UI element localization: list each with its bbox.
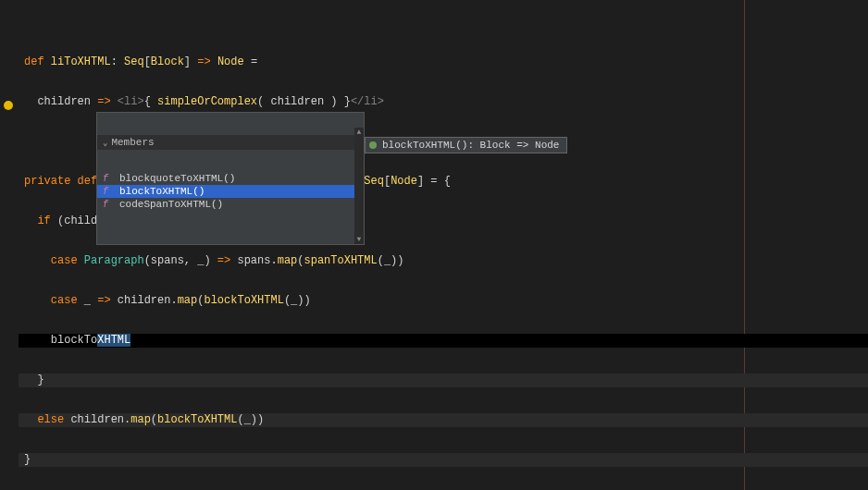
code-line[interactable]: }	[19, 374, 868, 387]
selected-text: XHTML	[97, 334, 130, 347]
completion-item[interactable]: fblockquoteToXHTML()	[97, 172, 364, 185]
function-icon: f	[103, 174, 108, 184]
completion-header: ⌄ Members	[97, 135, 364, 150]
signature-text: blockToXHTML(): Block => Node	[382, 140, 559, 151]
code-line[interactable]: }	[19, 453, 868, 467]
current-line[interactable]: blockToXHTML	[19, 334, 868, 348]
function-icon: f	[103, 200, 108, 210]
breakpoint-marker[interactable]	[4, 101, 13, 110]
code-line[interactable]: else children.map(blockToXHTML(_))	[19, 413, 868, 427]
code-area[interactable]: def liToXHTML: Seq[Block] => Node = chil…	[19, 0, 868, 490]
completion-item-label: codeSpanToXHTML()	[119, 199, 223, 210]
function-icon: f	[103, 187, 108, 197]
completion-header-label: Members	[111, 137, 154, 148]
gutter	[0, 0, 19, 490]
code-editor[interactable]: def liToXHTML: Seq[Block] => Node = chil…	[0, 0, 868, 490]
scroll-down-icon[interactable]: ▼	[354, 235, 364, 244]
code-line[interactable]: case _ => children.map(blockToXHTML(_))	[19, 294, 868, 308]
chevron-down-icon: ⌄	[103, 138, 107, 148]
completion-popup[interactable]: ⌄ Members fblockquoteToXHTML()fblockToXH…	[96, 112, 365, 245]
completion-item-label: blockToXHTML()	[119, 186, 205, 197]
completion-item[interactable]: fblockToXHTML()	[97, 185, 364, 198]
code-line[interactable]: case Paragraph(spans, _) => spans.map(sp…	[19, 254, 868, 268]
code-line[interactable]: def liToXHTML: Seq[Block] => Node =	[19, 55, 868, 69]
typed-text: blockTo	[51, 334, 97, 347]
completion-item[interactable]: fcodeSpanToXHTML()	[97, 198, 364, 211]
completion-scrollbar[interactable]: ▲ ▼	[354, 128, 364, 244]
scroll-up-icon[interactable]: ▲	[354, 128, 364, 137]
completion-item-label: blockquoteToXHTML()	[119, 173, 235, 184]
code-line[interactable]: children => <li>{ simpleOrComplex( child…	[19, 95, 868, 109]
